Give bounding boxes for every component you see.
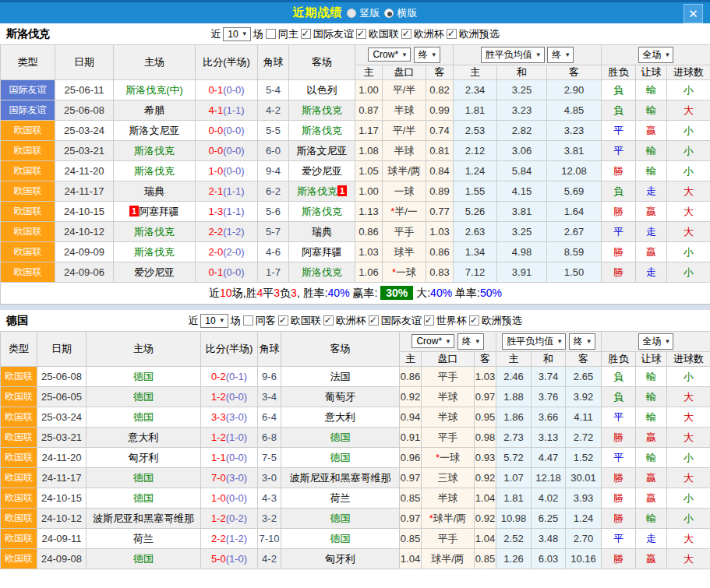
column-header-3: 比分(半场) — [196, 45, 258, 80]
cell-date: 24-11-17 — [37, 468, 87, 488]
team-name-text: 阿塞拜疆 — [139, 206, 179, 217]
cell-home-team: 德国 — [87, 488, 201, 509]
layout-radio-horizontal-label[interactable]: 横版 — [397, 6, 418, 20]
scope-group-header: 全场▼ — [602, 45, 710, 65]
layout-radio-vertical-label[interactable]: 竖版 — [360, 6, 380, 20]
cell-result-wdl: 平 — [602, 141, 636, 161]
fulltime-score: 1-1 — [211, 452, 226, 463]
competition-checkbox-1[interactable] — [323, 315, 334, 326]
summary-segment: 40% — [430, 287, 452, 299]
cell-result-wdl: 勝 — [602, 549, 636, 569]
cell-handicap-home: 0.97 — [400, 468, 422, 488]
fulltime-score: 1-2 — [211, 391, 226, 403]
scope-select[interactable]: 全场▼ — [638, 333, 674, 350]
column-header-0: 类型 — [1, 332, 37, 367]
table-head: 类型日期主场比分(半场)角球客场Crow*▼ 终▼胜平负均值▼ 终▼全场▼主盘口… — [1, 332, 710, 367]
team-name-text: 德国 — [330, 533, 351, 544]
odds-stage-select[interactable]: 终▼ — [457, 333, 484, 350]
recent-count-select[interactable]: 10▼ — [200, 314, 228, 328]
competition-checkbox-1[interactable] — [356, 29, 366, 39]
cell-corner: 1-7 — [258, 262, 289, 283]
competition-checkbox-0[interactable] — [301, 29, 311, 39]
chevron-down-icon: ▼ — [556, 338, 563, 345]
odds-company-select-value: Crow* — [373, 49, 398, 60]
cell-avg-home: 1.55 — [454, 181, 497, 202]
cell-result-goals: 小 — [667, 80, 710, 100]
cell-avg-home: 1.34 — [454, 242, 497, 262]
layout-radio-horizontal[interactable] — [384, 9, 394, 18]
cell-score: 7-0(3-0) — [201, 468, 258, 488]
cell-away-team: 斯洛伐克 — [289, 100, 355, 121]
cell-avg-away: 3.93 — [566, 488, 602, 509]
odds-company-select[interactable]: Crow*▼ — [412, 334, 454, 348]
fulltime-score: 5-0 — [211, 553, 226, 565]
cell-result-wdl: 負 — [602, 367, 636, 387]
cell-avg-draw: 3.48 — [532, 529, 566, 549]
scope-select[interactable]: 全场▼ — [638, 47, 674, 63]
fulltime-score: 1-2 — [211, 431, 226, 443]
fulltime-score: 1-0 — [211, 492, 226, 504]
cell-score: 4-1(1-1) — [196, 100, 258, 121]
competition-checkbox-0[interactable] — [278, 315, 288, 326]
cell-result-goals: 大 — [667, 428, 710, 448]
cell-handicap-away: 1.04 — [475, 529, 496, 549]
odds-group-header: Crow*▼ 终▼ — [400, 332, 496, 352]
cell-result-goals: 大 — [667, 468, 710, 488]
same-away-checkbox[interactable] — [243, 315, 253, 326]
cell-handicap-home: 0.86 — [400, 367, 422, 387]
close-button[interactable]: ✕ — [684, 4, 703, 23]
cell-competition: 欧国联 — [1, 488, 37, 509]
team-name-text: 瑞典 — [312, 226, 332, 238]
competition-checkbox-label: 国际友谊 — [313, 27, 354, 41]
cell-avg-home: 2.53 — [454, 121, 497, 141]
table-row: 欧国联24-09-06爱沙尼亚0-1(0-0)1-7斯洛伐克1.06*一球0.8… — [1, 262, 710, 283]
cell-date: 24-11-20 — [37, 448, 87, 468]
competition-checkbox-2[interactable] — [369, 315, 379, 326]
team-name-text: 斯洛伐克 — [134, 226, 175, 238]
competition-checkbox-3[interactable] — [447, 29, 457, 39]
cell-handicap-line: 平手 — [383, 222, 426, 242]
cell-result-wdl: 勝 — [602, 468, 636, 488]
cell-score: 1-2(1-0) — [201, 428, 258, 448]
same-home-checkbox[interactable] — [266, 29, 276, 39]
fulltime-score: 3-3 — [211, 411, 226, 423]
cell-result-handicap: 贏 — [636, 428, 667, 448]
cell-date: 25-03-21 — [37, 428, 87, 448]
cell-avg-away: 2.90 — [547, 80, 602, 100]
odds-company-select[interactable]: Crow*▼ — [368, 48, 411, 62]
cell-avg-home: 1.26 — [496, 549, 532, 569]
cell-result-goals: 小 — [667, 448, 710, 468]
cell-avg-home: 2.34 — [454, 80, 497, 100]
odds-stage-select[interactable]: 终▼ — [414, 47, 440, 63]
layout-radio-vertical[interactable] — [347, 9, 356, 18]
avg-stage-select[interactable]: 终▼ — [569, 333, 595, 350]
cell-avg-away: 2.65 — [566, 367, 602, 387]
competition-checkbox-4[interactable] — [469, 315, 479, 326]
cell-handicap-line: 一球 — [383, 181, 426, 202]
cell-competition: 欧国联 — [1, 181, 55, 202]
cell-handicap-away: 0.99 — [426, 100, 454, 121]
cell-home-team: 斯洛伐克 — [114, 242, 196, 262]
cell-handicap-away: 0.82 — [426, 80, 454, 100]
cell-result-wdl: 勝 — [602, 262, 636, 283]
cell-result-wdl: 勝 — [602, 202, 636, 222]
team-name-text: 爱沙尼亚 — [134, 266, 175, 278]
summary-segment: 3 — [291, 287, 297, 299]
cell-avg-home: 2.63 — [454, 222, 497, 242]
competition-checkbox-2[interactable] — [401, 29, 412, 39]
avg-stage-select[interactable]: 终▼ — [547, 47, 574, 63]
cell-handicap-away: 0.93 — [475, 448, 496, 468]
avg-odds-select[interactable]: 胜平负均值▼ — [502, 333, 566, 350]
avg-odds-select[interactable]: 胜平负均值▼ — [481, 47, 545, 63]
fulltime-score: 0-2 — [211, 371, 226, 382]
cell-handicap-away: 0.74 — [426, 121, 454, 141]
column-header-1: 日期 — [37, 332, 87, 367]
cell-corner: 9-4 — [258, 161, 289, 181]
competition-checkbox-3[interactable] — [424, 315, 434, 326]
cell-away-team: 法国 — [281, 367, 400, 387]
cell-away-team: 以色列 — [289, 80, 355, 100]
cell-competition: 欧国联 — [1, 121, 55, 141]
column-header-0: 类型 — [1, 45, 55, 80]
recent-count-select[interactable]: 10▼ — [223, 27, 250, 41]
cell-handicap-home: 0.86 — [355, 222, 383, 242]
